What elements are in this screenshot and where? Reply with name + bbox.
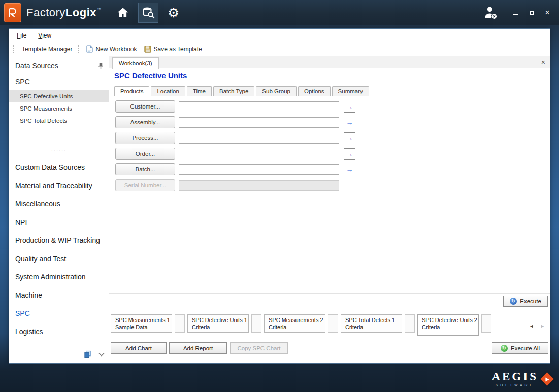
aegis-logo: AEGIS SOFTWARE	[491, 371, 552, 387]
tab-products[interactable]: Products	[114, 86, 149, 96]
customer-input[interactable]	[179, 101, 339, 112]
sidebar-item-spc-total-defects[interactable]: SPC Total Defects	[9, 115, 109, 127]
database-search-icon	[142, 6, 155, 19]
order-apply-button[interactable]: →	[344, 148, 355, 160]
sidebar-categories: Custom Data Sources Material and Traceab…	[9, 158, 109, 341]
result-tab-spc-total-defects-1[interactable]: SPC Total Defects 1 Criteria	[341, 314, 402, 333]
tab-stub	[175, 314, 185, 333]
tab-time[interactable]: Time	[187, 86, 212, 96]
batch-button[interactable]: Batch...	[115, 163, 175, 175]
category-machine[interactable]: Machine	[9, 286, 109, 304]
result-tab-spc-defective-units-1[interactable]: SPC Defective Units 1 Criteria	[187, 314, 249, 333]
maximize-icon	[530, 11, 534, 15]
data-sources-panel: Data Sources SPC SPC Defective Units SPC…	[9, 56, 109, 363]
category-custom-data-sources[interactable]: Custom Data Sources	[9, 158, 109, 176]
result-tab-line2: Criteria	[192, 324, 248, 331]
sidebar-item-spc-measurements[interactable]: SPC Measurements	[9, 102, 109, 115]
window-body: Data Sources SPC SPC Defective Units SPC…	[9, 56, 550, 363]
menubar: File View	[9, 29, 550, 42]
close-button[interactable]: ×	[544, 9, 551, 16]
category-material-and-traceability[interactable]: Material and Traceability	[9, 176, 109, 195]
assembly-apply-button[interactable]: →	[344, 117, 355, 128]
category-production-wip-tracking[interactable]: Production & WIP Tracking	[9, 231, 109, 250]
application-window: FactoryLogix™ ⚙	[0, 0, 559, 392]
workbook-close-icon[interactable]: ×	[541, 57, 545, 67]
action-buttons-row: Add Chart Add Report Copy SPC Chart ↻ Ex…	[111, 342, 548, 354]
app-title-part2: Logix	[65, 6, 96, 19]
save-as-template-label: Save as Template	[154, 46, 202, 53]
execute-all-button[interactable]: ↻ Execute All	[492, 342, 548, 354]
category-logistics[interactable]: Logistics	[9, 323, 109, 341]
add-chart-button[interactable]: Add Chart	[111, 342, 167, 354]
category-miscellaneous[interactable]: Miscellaneous	[9, 195, 109, 213]
tab-location[interactable]: Location	[151, 86, 185, 96]
scroll-right-icon[interactable]: ►	[540, 324, 545, 329]
execute-all-icon: ↻	[501, 345, 508, 352]
close-icon: ×	[545, 9, 549, 17]
order-button[interactable]: Order...	[115, 148, 175, 160]
add-report-button[interactable]: Add Report	[169, 342, 227, 354]
result-tab-spc-measurements-2[interactable]: SPC Measurements 2 Criteria	[264, 314, 325, 333]
template-manager-label: Template Manager	[22, 46, 72, 53]
tab-sub-group[interactable]: Sub Group	[256, 86, 297, 96]
workbook-tab[interactable]: Workbook(3)	[112, 57, 159, 69]
page-title: SPC Defective Units	[109, 68, 550, 82]
tab-batch-type[interactable]: Batch Type	[213, 86, 254, 96]
result-tab-line2: Criteria	[422, 324, 478, 331]
batch-apply-button[interactable]: →	[344, 164, 355, 175]
tab-stub	[405, 314, 415, 333]
maximize-button[interactable]	[528, 9, 535, 16]
result-tab-spc-measurements-1[interactable]: SPC Measurements 1 Sample Data	[111, 314, 172, 333]
process-apply-button[interactable]: →	[344, 132, 355, 144]
toolbar: Template Manager New Workbook	[9, 42, 550, 56]
assembly-input[interactable]	[179, 117, 339, 128]
customer-apply-button[interactable]: →	[344, 101, 355, 113]
customer-button[interactable]: Customer...	[115, 100, 175, 113]
save-as-template-button[interactable]: Save as Template	[141, 44, 206, 54]
batch-input[interactable]	[179, 164, 339, 175]
criteria-tab-strip: Products Location Time Batch Type Sub Gr…	[109, 83, 550, 96]
category-npi[interactable]: NPI	[9, 213, 109, 231]
result-tab-spc-defective-units-2[interactable]: SPC Defective Units 2 Criteria	[417, 314, 479, 336]
pin-icon[interactable]	[98, 62, 104, 70]
menu-view[interactable]: View	[34, 30, 56, 41]
process-button[interactable]: Process...	[115, 132, 175, 144]
result-tab-line2: Criteria	[269, 324, 325, 331]
blue-arrow-icon: →	[346, 103, 353, 110]
scroll-left-icon[interactable]: ◄	[529, 324, 534, 329]
user-status-button[interactable]	[482, 4, 499, 21]
category-quality-and-test[interactable]: Quality and Test	[9, 250, 109, 268]
home-button[interactable]	[113, 3, 133, 23]
assembly-button[interactable]: Assembly...	[115, 116, 175, 128]
category-system-administration[interactable]: System Administration	[9, 268, 109, 286]
settings-button[interactable]: ⚙	[163, 3, 184, 23]
form-row-customer: Customer... →	[115, 100, 550, 113]
execute-button[interactable]: ↻ Execute	[503, 296, 548, 307]
app-title-part1: Factory	[26, 6, 65, 19]
aegis-arrow-icon	[546, 377, 549, 381]
data-sources-button[interactable]	[138, 3, 158, 23]
result-tab-line1: SPC Measurements 1	[115, 316, 172, 324]
tab-summary[interactable]: Summary	[332, 86, 369, 96]
order-input[interactable]	[179, 149, 339, 159]
category-spc[interactable]: SPC	[9, 304, 109, 323]
new-workbook-button[interactable]: New Workbook	[83, 44, 140, 54]
trademark-symbol: ™	[97, 7, 102, 12]
duplicate-pages-icon[interactable]	[84, 350, 91, 358]
menu-file[interactable]: File	[12, 30, 31, 41]
tab-stub	[481, 314, 491, 333]
process-input[interactable]	[179, 133, 339, 144]
template-manager-button[interactable]: Template Manager	[18, 44, 76, 54]
tab-options[interactable]: Options	[298, 86, 331, 96]
chevron-down-icon[interactable]	[98, 352, 105, 357]
user-logout-icon	[483, 5, 498, 20]
sidebar-separator: ......	[9, 146, 109, 152]
sidebar-item-spc-defective-units[interactable]: SPC Defective Units	[9, 90, 109, 102]
minimize-button[interactable]	[512, 9, 519, 16]
aegis-text: AEGIS SOFTWARE	[491, 371, 538, 387]
menu-separator	[32, 31, 32, 39]
serial-number-input	[179, 180, 339, 191]
new-workbook-label: New Workbook	[95, 46, 137, 53]
blue-arrow-icon: →	[346, 166, 353, 173]
toolbar-grip	[13, 45, 15, 53]
